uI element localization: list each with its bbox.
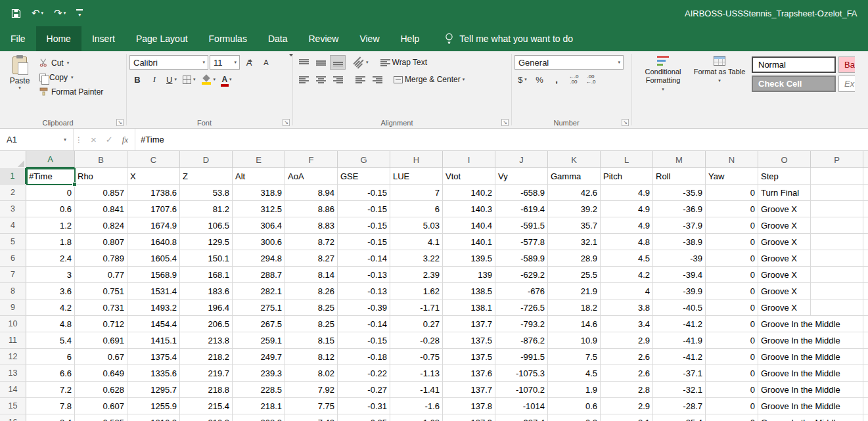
cell-O8[interactable]: Groove X xyxy=(758,283,811,299)
cell-H6[interactable]: 3.22 xyxy=(390,250,443,266)
cell-L10[interactable]: 3.4 xyxy=(601,316,653,332)
accounting-format-button[interactable]: $▾ xyxy=(514,72,530,87)
cell-E7[interactable]: 288.7 xyxy=(233,267,285,282)
cell-L4[interactable]: 4.9 xyxy=(601,217,653,233)
cell-F16[interactable]: 7.42 xyxy=(285,414,338,421)
cell-I4[interactable]: 140.4 xyxy=(443,217,495,233)
cell-E5[interactable]: 300.6 xyxy=(233,234,285,250)
column-header-C[interactable]: C xyxy=(127,151,180,168)
cell-K15[interactable]: 0.6 xyxy=(548,398,601,414)
cell-O1[interactable]: Step xyxy=(758,168,811,184)
comma-style-button[interactable]: , xyxy=(549,72,564,87)
top-align-button[interactable] xyxy=(296,55,311,70)
cell-B12[interactable]: 0.67 xyxy=(75,349,127,365)
cell-J7[interactable]: -629.2 xyxy=(495,267,548,282)
row-header-5[interactable]: 5 xyxy=(0,234,26,250)
cell-E9[interactable]: 275.1 xyxy=(233,299,285,315)
cell-I1[interactable]: Vtot xyxy=(443,168,495,184)
cell-D16[interactable]: 210.3 xyxy=(180,414,233,421)
paste-button[interactable]: Paste ▾ xyxy=(3,53,37,98)
cell-N12[interactable]: 0 xyxy=(706,349,758,365)
redo-icon[interactable]: ↷▾ xyxy=(49,0,70,26)
cell-K13[interactable]: 4.5 xyxy=(548,365,601,381)
cell-H12[interactable]: -0.75 xyxy=(390,349,443,365)
cell-N8[interactable]: 0 xyxy=(706,283,758,299)
cell-M12[interactable]: -41.2 xyxy=(653,349,706,365)
cell-C3[interactable]: 1707.6 xyxy=(127,201,180,217)
ribbon-tab-data[interactable]: Data xyxy=(258,26,298,51)
undo-icon[interactable]: ↶▾ xyxy=(27,0,48,26)
cell-N4[interactable]: 0 xyxy=(706,217,758,233)
ribbon-tab-home[interactable]: Home xyxy=(36,26,81,51)
cell-A12[interactable]: 6 xyxy=(26,349,75,365)
cell-F3[interactable]: 8.86 xyxy=(285,201,338,217)
cell-J13[interactable]: -1075.3 xyxy=(495,365,548,381)
cell-O11[interactable]: Groove In the Middle xyxy=(758,332,811,348)
cell-A8[interactable]: 3.6 xyxy=(26,283,75,299)
cell-B4[interactable]: 0.824 xyxy=(75,217,127,233)
cell-B3[interactable]: 0.841 xyxy=(75,201,127,217)
cell-O14[interactable]: Groove In the Middle xyxy=(758,382,811,397)
cell-L14[interactable]: 2.8 xyxy=(601,382,653,397)
cell-O12[interactable]: Groove In the Middle xyxy=(758,349,811,365)
cell-J15[interactable]: -1014 xyxy=(495,398,548,414)
cell-D1[interactable]: Z xyxy=(180,168,233,184)
cell-L11[interactable]: 2.9 xyxy=(601,332,653,348)
cell-P4[interactable] xyxy=(811,217,863,233)
cell-N10[interactable]: 0 xyxy=(706,316,758,332)
cell-H10[interactable]: 0.27 xyxy=(390,316,443,332)
cell-J8[interactable]: -676 xyxy=(495,283,548,299)
cell-M5[interactable]: -38.9 xyxy=(653,234,706,250)
cell-B2[interactable]: 0.857 xyxy=(75,185,127,200)
font-color-button[interactable]: A▾ xyxy=(219,72,235,87)
grow-font-button[interactable]: A xyxy=(241,55,257,70)
cell-M15[interactable]: -28.7 xyxy=(653,398,706,414)
cell-J2[interactable]: -658.9 xyxy=(495,185,548,200)
cell-L2[interactable]: 4.9 xyxy=(601,185,653,200)
cell-F1[interactable]: AoA xyxy=(285,168,338,184)
cell-I9[interactable]: 138.1 xyxy=(443,299,495,315)
cell-O6[interactable]: Groove X xyxy=(758,250,811,266)
cell-I2[interactable]: 140.2 xyxy=(443,185,495,200)
cell-A14[interactable]: 7.2 xyxy=(26,382,75,397)
column-header-L[interactable]: L xyxy=(601,151,653,168)
cell-D6[interactable]: 150.1 xyxy=(180,250,233,266)
cell-M16[interactable]: -25.4 xyxy=(653,414,706,421)
cell-F15[interactable]: 7.75 xyxy=(285,398,338,414)
cell-G8[interactable]: -0.13 xyxy=(338,283,390,299)
cell-G3[interactable]: -0.15 xyxy=(338,201,390,217)
row-header-14[interactable]: 14 xyxy=(0,382,26,397)
cell-N3[interactable]: 0 xyxy=(706,201,758,217)
cell-K11[interactable]: 10.9 xyxy=(548,332,601,348)
cell-C16[interactable]: 1216.2 xyxy=(127,414,180,421)
cell-B14[interactable]: 0.628 xyxy=(75,382,127,397)
cell-G9[interactable]: -0.39 xyxy=(338,299,390,315)
cell-D9[interactable]: 196.4 xyxy=(180,299,233,315)
cancel-icon[interactable]: × xyxy=(91,134,97,145)
cell-J9[interactable]: -726.5 xyxy=(495,299,548,315)
cell-I5[interactable]: 140.1 xyxy=(443,234,495,250)
cell-B1[interactable]: Rho xyxy=(75,168,127,184)
formula-bar-resize-handle[interactable]: ⋮ xyxy=(74,129,84,150)
cell-F9[interactable]: 8.25 xyxy=(285,299,338,315)
cell-B8[interactable]: 0.751 xyxy=(75,283,127,299)
style-chip-bad[interactable]: Ba xyxy=(838,56,855,73)
column-header-O[interactable]: O xyxy=(758,151,811,168)
number-format-select[interactable]: General ▾ xyxy=(514,55,624,70)
font-dialog-launcher-icon[interactable]: ↘ xyxy=(283,119,290,126)
cell-A1[interactable]: #Time xyxy=(26,168,75,184)
cell-A3[interactable]: 0.6 xyxy=(26,201,75,217)
row-header-10[interactable]: 10 xyxy=(0,316,26,332)
cell-M3[interactable]: -36.9 xyxy=(653,201,706,217)
cell-C11[interactable]: 1415.1 xyxy=(127,332,180,348)
cell-B5[interactable]: 0.807 xyxy=(75,234,127,250)
format-as-table-button[interactable]: Format as Table ▾ xyxy=(691,53,748,93)
cell-L3[interactable]: 4.9 xyxy=(601,201,653,217)
ribbon-tab-file[interactable]: File xyxy=(0,26,36,51)
tell-me-box[interactable]: Tell me what you want to do xyxy=(444,26,573,51)
row-header-11[interactable]: 11 xyxy=(0,332,26,348)
row-header-6[interactable]: 6 xyxy=(0,250,26,266)
cell-M4[interactable]: -37.9 xyxy=(653,217,706,233)
enter-icon[interactable]: ✓ xyxy=(106,135,113,144)
cell-F10[interactable]: 8.25 xyxy=(285,316,338,332)
